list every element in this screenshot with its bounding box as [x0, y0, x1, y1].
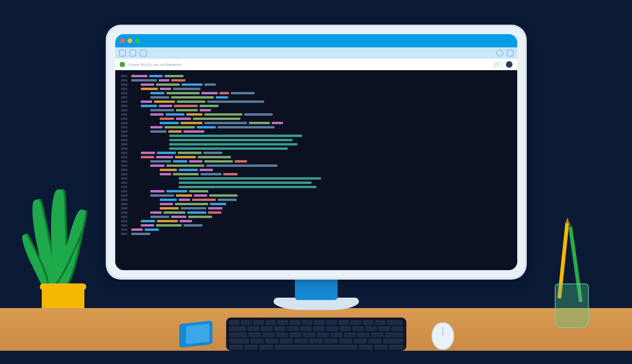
notebook — [179, 320, 212, 347]
code-line — [121, 142, 512, 146]
code-line — [121, 138, 512, 142]
code-line — [121, 181, 512, 185]
pencil-cup — [555, 283, 589, 328]
code-line — [121, 176, 512, 181]
close-icon[interactable] — [120, 38, 125, 43]
code-line — [121, 232, 512, 236]
code-line — [121, 100, 512, 104]
code-line — [121, 104, 512, 108]
browser-toolbar — [115, 47, 517, 59]
code-line — [121, 210, 512, 215]
code-line — [121, 193, 512, 198]
minimize-icon[interactable] — [128, 38, 132, 43]
secure-icon — [120, 62, 125, 67]
monitor: Cmpry IELIQ | oss rol Batnadon FT — [108, 27, 525, 278]
code-line — [121, 78, 512, 82]
code-line — [121, 172, 512, 176]
badge: FT — [493, 62, 502, 67]
code-line — [121, 202, 512, 206]
code-line — [121, 129, 512, 134]
code-line — [121, 206, 512, 210]
code-line — [121, 159, 512, 164]
code-editor[interactable] — [115, 70, 517, 270]
code-line — [121, 219, 512, 223]
code-line — [121, 168, 512, 172]
monitor-stand-neck — [295, 276, 338, 300]
mouse — [431, 322, 454, 350]
maximize-icon[interactable] — [135, 38, 140, 43]
code-line — [121, 189, 512, 193]
forward-button[interactable] — [129, 50, 136, 56]
reload-button[interactable] — [140, 50, 147, 56]
code-line — [121, 185, 512, 189]
code-line — [121, 146, 512, 151]
workspace-illustration: Cmpry IELIQ | oss rol Batnadon FT — [0, 0, 632, 364]
code-line — [121, 223, 512, 228]
code-line — [121, 228, 512, 232]
profile-avatar[interactable] — [506, 61, 513, 68]
code-line — [121, 95, 512, 100]
tab-title: Cmpry IELIQ | oss rol Batnadon — [128, 63, 182, 67]
back-button[interactable] — [119, 50, 126, 56]
keyboard — [226, 318, 406, 351]
code-line — [121, 155, 512, 159]
code-line — [121, 125, 512, 129]
code-line — [121, 74, 512, 78]
code-line — [121, 87, 512, 91]
desk-edge — [0, 351, 632, 364]
code-line — [121, 108, 512, 112]
code-line — [121, 134, 512, 138]
code-line — [121, 82, 512, 87]
code-line — [121, 121, 512, 125]
code-line — [121, 164, 512, 168]
code-line — [121, 91, 512, 95]
code-line — [121, 151, 512, 155]
code-line — [121, 198, 512, 202]
address-bar[interactable]: Cmpry IELIQ | oss rol Batnadon FT — [115, 59, 517, 70]
window-titlebar — [115, 34, 517, 47]
extension-button[interactable] — [507, 50, 513, 56]
code-line — [121, 112, 512, 117]
code-line — [121, 215, 512, 219]
monitor-screen: Cmpry IELIQ | oss rol Batnadon FT — [115, 34, 517, 270]
code-line — [121, 117, 512, 121]
download-icon[interactable] — [496, 50, 503, 56]
